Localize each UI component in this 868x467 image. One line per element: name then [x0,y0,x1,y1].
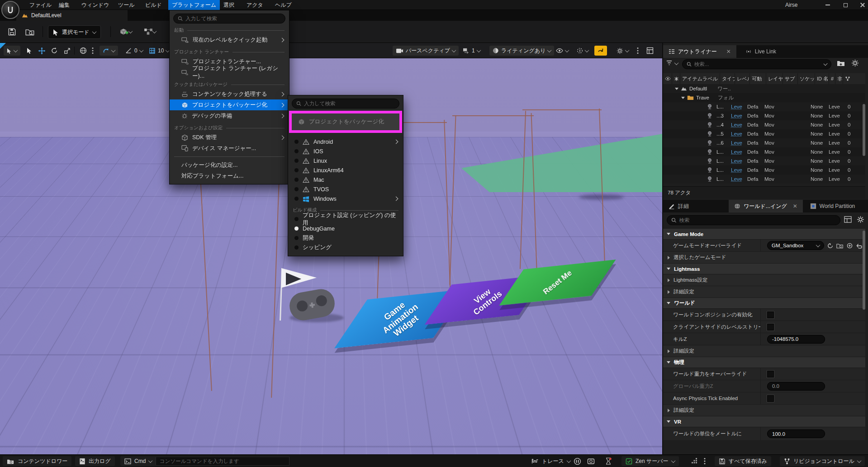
menu-platforms[interactable]: プラットフォーム [168,0,220,10]
minimize-button[interactable] [821,1,834,9]
menu-select[interactable]: 選択 [220,0,238,10]
world-space-icon[interactable] [78,46,89,56]
config-use-project-setting[interactable]: プロジェクト設定 (シッピング) の使用 [288,214,403,224]
reset-to-default-icon[interactable] [856,243,863,249]
menu-item-quick-launch[interactable]: 現在のレベルをクイック起動 [170,34,289,45]
menu-item-cook-content[interactable]: コンテンツをクック処理する [170,89,289,99]
column-view-icon[interactable] [844,216,852,223]
outliner-search-input[interactable] [694,61,821,67]
tab-outliner[interactable]: アウトライナー ✕ [663,45,736,58]
select-mode-dropdown[interactable]: 選択モード [48,25,101,39]
close-tab-icon[interactable]: ✕ [793,203,797,209]
level-link[interactable]: Leve [731,140,747,146]
submenu-search-input[interactable] [304,101,395,106]
more-options-icon[interactable] [90,46,96,56]
world-to-meters-input[interactable] [767,429,825,438]
detail-settings-gear-icon[interactable] [857,216,864,223]
submenu-search[interactable] [292,99,399,108]
submenu-item-package-project-disabled[interactable]: プロジェクトをパッケージ化 [292,113,399,130]
world-composition-checkbox[interactable] [767,311,774,318]
col-layer[interactable]: レイヤ [766,73,783,84]
blueprints-dropdown[interactable] [139,25,160,38]
content-browser-button[interactable] [23,25,37,38]
menu-file[interactable]: ファイル [26,0,55,10]
save-all-button[interactable]: すべて保存済み [715,456,771,466]
client-streaming-checkbox[interactable] [767,324,774,330]
unreal-logo-icon[interactable] [1,1,19,19]
menu-item-packaging-settings[interactable]: パッケージ化の設定... [170,160,289,170]
config-development[interactable]: 開発 [288,233,403,243]
platform-ios[interactable]: IOS [288,146,403,156]
outliner-scrollbar[interactable] [863,104,865,156]
snapshot-button[interactable] [585,456,597,466]
level-link[interactable]: Leve [731,131,747,137]
details-search[interactable] [667,215,840,225]
cmd-dropdown[interactable]: Cmd [120,456,156,466]
outliner-column-header[interactable]: アイテムラベル タイプ レベル 可動 レイヤ サブ ソケッ ID 名 # 非 [663,73,865,84]
caret-down-icon[interactable] [681,97,685,99]
level-link[interactable]: Leve [731,158,747,164]
trace-dropdown[interactable]: トレース [527,456,574,466]
col-socket-icon[interactable] [843,73,853,84]
realtime-toggle-icon[interactable] [594,46,607,56]
task-hourglass-button[interactable] [603,456,613,466]
visibility-eye-icon[interactable] [663,73,672,84]
table-row[interactable]: L... Leve Defa Mov None Leve 0 [663,165,865,175]
tab-details[interactable]: 詳細 [663,200,694,212]
viewport-settings-dropdown[interactable] [613,46,632,56]
async-physics-checkbox[interactable] [767,395,774,402]
save-button[interactable] [5,25,18,38]
revision-control-dropdown[interactable]: リビジョンコントロール [780,456,865,466]
menu-item-package-project[interactable]: プロジェクトをパッケージ化 [170,99,289,110]
gravity-override-checkbox[interactable] [767,371,774,377]
row-physics-advanced[interactable]: 詳細設定 [663,405,865,416]
menu-edit[interactable]: 編集 [55,0,73,10]
level-link[interactable]: Leve [731,104,747,109]
menu-item-project-launcher-legacy[interactable]: プロジェクト ランチャー (レガシー)... [170,67,289,78]
table-row[interactable]: L... Leve Defa Mov None Leve 0 [663,175,865,184]
menu-tools[interactable]: ツール [114,0,138,10]
menu-build[interactable]: ビルド [142,0,166,10]
derived-data-button[interactable] [689,456,700,466]
menu-actor[interactable]: アクタ [243,0,267,10]
section-lightmass[interactable]: Lightmass [663,264,865,274]
add-actor-dropdown[interactable] [115,25,136,38]
status-more-icon[interactable] [702,456,707,466]
content-drawer-button[interactable]: コンテンツドロワー [3,456,71,466]
tab-live-link[interactable]: Live Link [740,45,782,58]
tab-world-partition[interactable]: World Partition [805,200,860,212]
level-link[interactable]: Leve [731,149,747,155]
table-row[interactable]: ...4 Leve Defa Mov None Leve 0 [663,120,865,129]
use-selected-icon[interactable] [827,242,834,249]
row-world-advanced[interactable]: 詳細設定 [663,345,865,357]
tab-default-level[interactable]: DefaultLevel [16,10,128,21]
tree-row-folder[interactable]: Trave フォル [663,93,865,102]
col-item-label[interactable]: アイテムラベル [680,73,720,84]
menu-item-sdk-management[interactable]: SDK 管理 [170,132,289,143]
tab-world-settings[interactable]: ワールド...イング ✕ [729,200,803,212]
col-count[interactable]: # [829,73,835,84]
angle-snap-dropdown[interactable]: 0 [122,46,146,56]
outliner-search[interactable] [682,59,831,69]
move-tool-icon[interactable] [36,46,47,56]
table-row[interactable]: L... Leve Defa Mov None Leve 0 [663,147,865,156]
global-gravity-z-input[interactable] [767,382,825,391]
view-modes-dropdown[interactable] [574,46,592,56]
section-game-mode[interactable]: Game Mode [663,229,865,240]
platform-mac[interactable]: Mac [288,175,403,184]
level-link[interactable]: Leve [731,122,747,127]
pick-actor-icon[interactable] [846,242,853,249]
menu-item-supported-platforms[interactable]: 対応プラットフォーム... [170,170,289,181]
output-log-button[interactable]: 出力ログ [75,456,115,466]
menu-search-input[interactable] [185,16,281,21]
menu-item-prepare-debug[interactable]: デバッグの準備 [170,110,289,121]
viewport-select-dropdown[interactable] [4,46,20,56]
config-debuggame[interactable]: DebugGame [288,224,403,233]
table-row[interactable]: L... Leve Defa Mov None Leve 0 [663,156,865,165]
zen-server-dropdown[interactable]: Zen サーバー [621,456,679,466]
col-hidden[interactable]: 非 [835,73,843,84]
menu-help[interactable]: ヘルプ [271,0,295,10]
platform-tvos[interactable]: TVOS [288,184,403,194]
platform-linux[interactable]: Linux [288,156,403,165]
table-row[interactable]: ...3 Leve Defa Mov None Leve 0 [663,111,865,120]
